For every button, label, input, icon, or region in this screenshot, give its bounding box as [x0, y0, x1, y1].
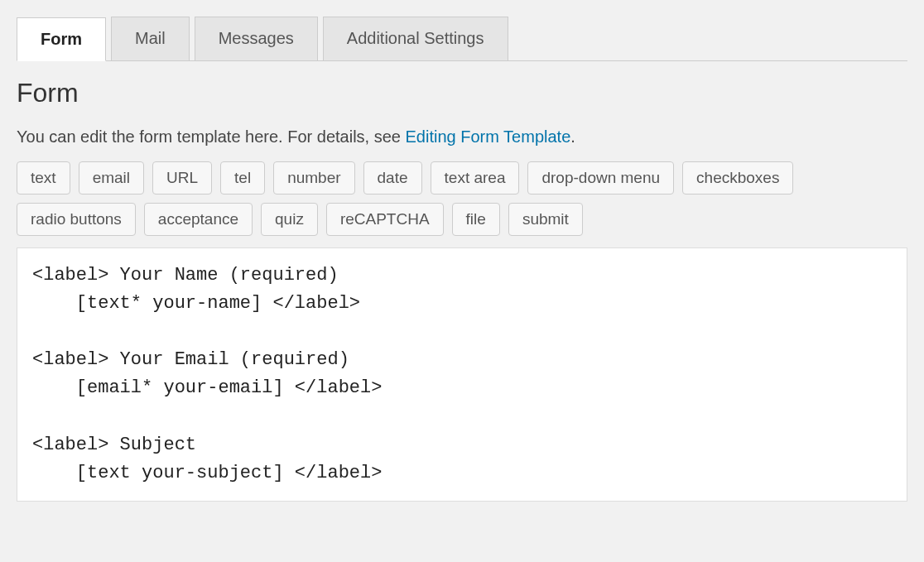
- description-text: You can edit the form template here. For…: [17, 127, 406, 146]
- tag-number-button[interactable]: number: [273, 161, 354, 195]
- tag-radio-button[interactable]: radio buttons: [17, 203, 136, 236]
- tag-file-button[interactable]: file: [452, 203, 500, 236]
- description-suffix: .: [570, 127, 575, 146]
- tag-url-button[interactable]: URL: [152, 161, 212, 195]
- tag-recaptcha-button[interactable]: reCAPTCHA: [326, 203, 444, 236]
- tab-form[interactable]: Form: [17, 17, 106, 61]
- tab-additional-settings[interactable]: Additional Settings: [323, 17, 508, 60]
- tag-dropdown-button[interactable]: drop-down menu: [527, 161, 674, 195]
- tab-mail[interactable]: Mail: [111, 17, 190, 60]
- form-template-editor[interactable]: <label> Your Name (required) [text* your…: [17, 247, 907, 502]
- tag-date-button[interactable]: date: [363, 161, 422, 195]
- tag-acceptance-button[interactable]: acceptance: [144, 203, 253, 236]
- form-editor-panel: Form Mail Messages Additional Settings F…: [17, 17, 907, 502]
- tab-content: Form You can edit the form template here…: [17, 61, 907, 502]
- description-link[interactable]: Editing Form Template: [406, 127, 571, 146]
- tag-quiz-button[interactable]: quiz: [261, 203, 318, 236]
- tag-textarea-button[interactable]: text area: [431, 161, 520, 195]
- section-title: Form: [17, 78, 907, 108]
- tab-messages[interactable]: Messages: [195, 17, 318, 60]
- tag-button-row: text email URL tel number date text area…: [17, 161, 907, 236]
- tag-tel-button[interactable]: tel: [220, 161, 265, 195]
- tag-checkboxes-button[interactable]: checkboxes: [682, 161, 793, 195]
- tag-email-button[interactable]: email: [79, 161, 144, 195]
- tab-bar: Form Mail Messages Additional Settings: [17, 17, 907, 61]
- section-description: You can edit the form template here. For…: [17, 125, 907, 148]
- tag-submit-button[interactable]: submit: [508, 203, 583, 236]
- tag-text-button[interactable]: text: [17, 161, 70, 195]
